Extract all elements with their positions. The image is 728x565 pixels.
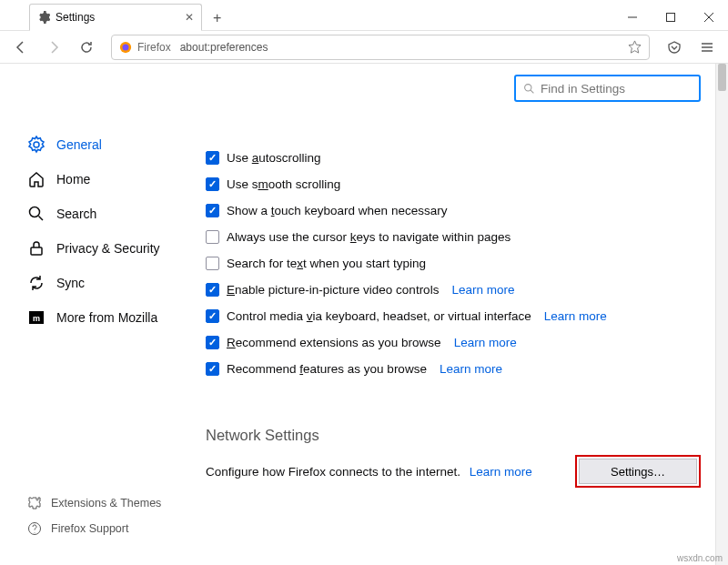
option-row: Use autoscrolling <box>206 151 701 165</box>
bookmark-star-icon[interactable] <box>628 40 642 54</box>
checkbox[interactable] <box>206 257 219 270</box>
option-row: Enable picture-in-picture video controls… <box>206 283 701 297</box>
option-label: Enable picture-in-picture video controls <box>227 283 439 297</box>
learn-more-link[interactable]: Learn more <box>544 309 607 323</box>
sidebar-item-search[interactable]: Search <box>27 197 182 231</box>
sidebar-label: General <box>56 137 102 152</box>
network-settings-heading: Network Settings <box>206 427 701 444</box>
settings-main: Use autoscrollingUse smooth scrollingSho… <box>191 64 728 565</box>
option-row: Recommend features as you browseLearn mo… <box>206 362 701 376</box>
url-bar[interactable]: Firefox about:preferences <box>111 35 650 60</box>
option-label: Control media via keyboard, headset, or … <box>227 309 531 323</box>
lock-icon <box>27 239 46 257</box>
svg-line-10 <box>39 217 44 221</box>
sidebar-label: Extensions & Themes <box>51 497 161 510</box>
sidebar-item-home[interactable]: Home <box>27 162 182 197</box>
find-in-settings-input[interactable] <box>541 82 694 96</box>
checkbox[interactable] <box>206 309 219 323</box>
search-icon <box>523 83 535 95</box>
watermark: wsxdn.com <box>677 553 723 563</box>
sidebar-label: More from Mozilla <box>56 310 157 325</box>
home-icon <box>27 170 46 188</box>
checkbox[interactable] <box>206 151 219 165</box>
app-menu-button[interactable] <box>693 34 721 61</box>
learn-more-link[interactable]: Learn more <box>451 283 514 297</box>
sidebar-extensions[interactable]: Extensions & Themes <box>27 490 182 516</box>
checkbox[interactable] <box>206 204 219 217</box>
sidebar-label: Firefox Support <box>51 522 128 535</box>
browser-tab[interactable]: Settings ✕ <box>29 4 202 31</box>
svg-rect-1 <box>667 14 675 22</box>
window-controls <box>613 5 728 30</box>
reload-button[interactable] <box>73 34 100 61</box>
vertical-scrollbar[interactable] <box>715 64 728 565</box>
find-in-settings[interactable] <box>514 75 701 102</box>
content-area: General Home Search Privacy & Security S… <box>0 64 728 565</box>
pocket-button[interactable] <box>661 34 688 61</box>
sidebar-label: Search <box>56 207 96 221</box>
new-tab-button[interactable]: + <box>209 6 225 30</box>
url-text: about:preferences <box>180 41 268 54</box>
settings-sidebar: General Home Search Privacy & Security S… <box>0 64 191 565</box>
network-settings-button[interactable]: Settings… <box>579 459 697 484</box>
sync-icon <box>27 274 46 292</box>
svg-text:m: m <box>33 314 40 323</box>
option-label: Always use the cursor keys to navigate w… <box>227 230 511 244</box>
option-label: Show a touch keyboard when necessary <box>227 204 447 217</box>
puzzle-icon <box>27 496 42 510</box>
checkbox[interactable] <box>206 336 219 349</box>
checkbox[interactable] <box>206 362 219 376</box>
close-window-button[interactable] <box>690 5 728 30</box>
gear-icon <box>37 11 50 24</box>
sidebar-item-more[interactable]: m More from Mozilla <box>27 300 182 335</box>
minimize-button[interactable] <box>613 5 652 30</box>
option-label: Search for text when you start typing <box>227 257 426 270</box>
svg-point-9 <box>30 207 40 217</box>
nav-toolbar: Firefox about:preferences <box>0 31 728 64</box>
option-row: Use smooth scrolling <box>206 177 701 191</box>
sidebar-label: Privacy & Security <box>56 241 160 256</box>
learn-more-link[interactable]: Learn more <box>440 362 502 376</box>
help-icon <box>27 521 42 536</box>
highlight-box: Settings… <box>575 455 701 488</box>
browsing-options: Use autoscrollingUse smooth scrollingSho… <box>206 151 701 376</box>
forward-button[interactable] <box>40 34 67 61</box>
option-label: Use autoscrolling <box>227 151 321 165</box>
titlebar: Settings ✕ + <box>0 0 728 31</box>
checkbox[interactable] <box>206 283 219 297</box>
svg-point-5 <box>123 44 129 50</box>
mozilla-icon: m <box>27 308 46 327</box>
back-button[interactable] <box>7 34 35 61</box>
svg-rect-11 <box>31 247 42 255</box>
sidebar-item-sync[interactable]: Sync <box>27 266 182 300</box>
option-row: Control media via keyboard, headset, or … <box>206 309 701 323</box>
network-settings-row: Configure how Firefox connects to the in… <box>206 455 701 488</box>
svg-point-15 <box>525 84 531 90</box>
checkbox[interactable] <box>206 230 219 244</box>
option-label: Use smooth scrolling <box>227 177 340 191</box>
network-desc: Configure how Firefox connects to the in… <box>206 465 532 479</box>
checkbox[interactable] <box>206 177 219 191</box>
scrollbar-thumb[interactable] <box>718 64 726 91</box>
sidebar-support[interactable]: Firefox Support <box>27 516 182 541</box>
option-row: Show a touch keyboard when necessary <box>206 204 701 217</box>
sidebar-label: Home <box>56 172 90 187</box>
learn-more-link[interactable]: Learn more <box>454 336 517 349</box>
option-label: Recommend features as you browse <box>227 362 427 376</box>
sidebar-item-general[interactable]: General <box>27 127 182 162</box>
option-label: Recommend extensions as you browse <box>227 336 441 349</box>
option-row: Search for text when you start typing <box>206 257 701 270</box>
sidebar-label: Sync <box>56 276 85 290</box>
search-icon <box>27 205 46 223</box>
sidebar-item-privacy[interactable]: Privacy & Security <box>27 231 182 266</box>
identity-label: Firefox <box>137 41 171 54</box>
svg-line-16 <box>531 90 533 93</box>
network-learn-more-link[interactable]: Learn more <box>470 465 532 479</box>
option-row: Recommend extensions as you browseLearn … <box>206 336 701 349</box>
tab-close-icon[interactable]: ✕ <box>185 11 194 24</box>
maximize-button[interactable] <box>652 5 690 30</box>
gear-icon <box>27 136 46 154</box>
option-row: Always use the cursor keys to navigate w… <box>206 230 701 244</box>
tab-title: Settings <box>56 11 179 24</box>
firefox-icon <box>119 41 132 54</box>
